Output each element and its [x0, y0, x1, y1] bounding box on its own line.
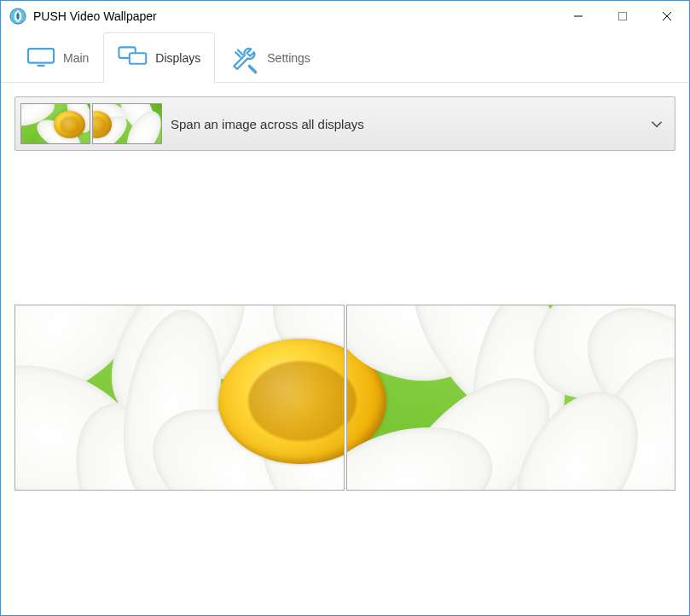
span-mode-thumbnails [20, 103, 162, 144]
monitor-icon [26, 46, 56, 70]
span-mode-dropdown[interactable]: Span an image across all displays [14, 96, 676, 151]
window-controls [556, 1, 689, 32]
display-preview-1 [14, 305, 345, 491]
tab-label: Main [63, 51, 89, 65]
app-icon [9, 8, 26, 25]
svg-rect-6 [38, 65, 45, 67]
window-titlebar: PUSH Video Wallpaper [1, 1, 689, 32]
tab-main[interactable]: Main [11, 32, 103, 83]
displays-panel: Span an image across all displays [1, 83, 689, 504]
tab-settings[interactable]: Settings [215, 32, 325, 83]
monitors-icon [118, 46, 148, 70]
display-preview [14, 305, 676, 491]
tab-displays[interactable]: Displays [103, 32, 215, 83]
chevron-down-icon [649, 116, 664, 131]
maximize-button[interactable] [600, 1, 645, 32]
window-title: PUSH Video Wallpaper [33, 9, 157, 23]
close-button[interactable] [645, 1, 689, 32]
svg-rect-5 [28, 49, 54, 63]
tab-label: Displays [155, 51, 200, 65]
minimize-button[interactable] [556, 1, 600, 32]
svg-rect-8 [130, 53, 146, 63]
thumbnail-left [20, 103, 90, 144]
tab-label: Settings [267, 51, 310, 65]
display-preview-2 [346, 305, 676, 491]
tab-bar: Main Displays Settings [1, 32, 689, 83]
svg-rect-2 [619, 13, 627, 20]
span-mode-label: Span an image across all displays [171, 117, 641, 131]
thumbnail-right [92, 103, 162, 144]
tools-icon [229, 46, 260, 70]
